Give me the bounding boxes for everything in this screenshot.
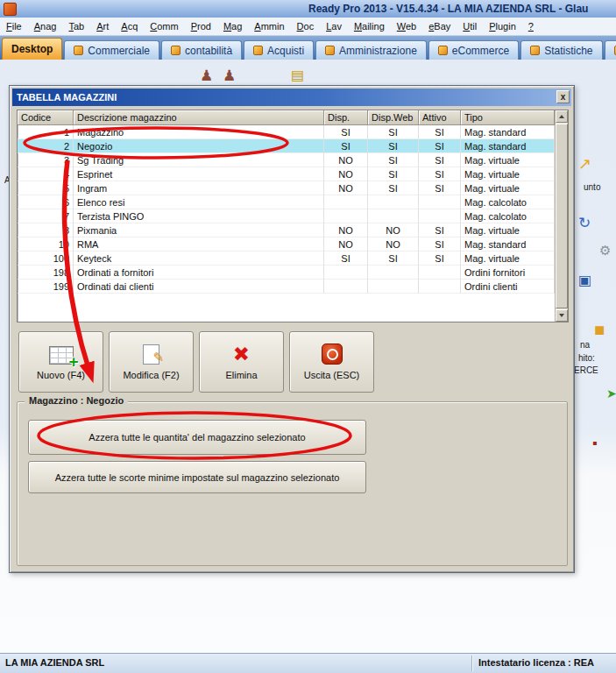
tab-acquisti[interactable]: Acquisti [244, 40, 314, 60]
tab-label: contabilità [185, 45, 232, 57]
elimina-button[interactable]: Elimina [199, 331, 284, 393]
tab-icon [253, 46, 263, 55]
cell-codice: 2 [18, 139, 74, 153]
table-row[interactable]: 3Sg TradingNOSISIMag. virtuale [18, 153, 555, 167]
cube-icon[interactable]: ◼ [594, 322, 605, 336]
menu-item-anag[interactable]: Anag [28, 21, 63, 32]
tab-statistiche[interactable]: Statistiche [520, 40, 602, 60]
column-header[interactable]: Tipo [461, 110, 555, 125]
scroll-down-icon[interactable] [556, 309, 568, 322]
tab-label: Commerciale [88, 45, 150, 57]
gear-icon[interactable]: ⚙ [599, 244, 611, 257]
cell-dispweb: SI [368, 139, 419, 153]
tab-label: Statistiche [544, 45, 592, 57]
refresh-icon[interactable]: ↻ [578, 216, 591, 230]
button-label: Uscita (ESC) [304, 370, 360, 380]
user-icon[interactable]: ♟ [223, 68, 236, 83]
tab-desktop[interactable]: Desktop [2, 38, 62, 60]
menu-item-prod[interactable]: Prod [185, 21, 217, 32]
menu-item-?[interactable]: ? [522, 21, 540, 32]
menu-item-comm[interactable]: Comm [144, 21, 184, 32]
tab-icon [438, 46, 448, 55]
menu-item-lav[interactable]: Lav [320, 21, 348, 32]
cell-tipo: Mag. calcolato [461, 209, 555, 223]
menu-item-mailing[interactable]: Mailing [348, 21, 391, 32]
cell-dispweb: NO [368, 223, 419, 237]
cell-disp [324, 266, 368, 280]
close-icon[interactable]: x [556, 90, 570, 103]
tab-ecommerce[interactable]: eCommerce [428, 40, 519, 60]
table-row[interactable]: 4EsprinetNOSISIMag. virtuale [18, 167, 555, 181]
tab-contabilit-[interactable]: contabilità [161, 40, 242, 60]
menu-item-ammin[interactable]: Ammin [248, 21, 290, 32]
arrow-icon[interactable]: ➤ [606, 387, 616, 400]
menu-item-tab[interactable]: Tab [62, 21, 90, 32]
azzera-quantita-button[interactable]: Azzera tutte le quantita' del magazzino … [28, 420, 366, 455]
cell-disp [324, 280, 368, 294]
table-row[interactable]: 199Ordinati dai clientiOrdini clienti [18, 280, 555, 294]
column-header[interactable]: Disp.Web [368, 110, 419, 125]
scroll-up-icon[interactable] [556, 110, 568, 123]
tab-commerciale[interactable]: Commerciale [64, 40, 159, 60]
table-row[interactable]: 10RMANONOSIMag. standard [18, 237, 555, 251]
scroll-thumb[interactable] [556, 124, 568, 308]
box-icon[interactable]: ▣ [578, 273, 591, 287]
menu-item-util[interactable]: Util [457, 21, 483, 32]
cell-descrizione: Magazzino [74, 125, 324, 139]
cell-tipo: Mag. virtuale [461, 167, 555, 181]
uscita-button[interactable]: Uscita (ESC) [289, 331, 374, 393]
note-icon[interactable]: ▤ [291, 68, 304, 82]
tab-strip: DesktopCommercialecontabilitàAcquistiAmm… [0, 36, 616, 60]
column-header[interactable]: Codice [18, 110, 74, 125]
tab-amministrazione[interactable]: Amministrazione [315, 40, 427, 60]
vertical-scrollbar[interactable] [555, 110, 568, 322]
table-row[interactable]: 2NegozioSISISIMag. standard [18, 139, 555, 153]
table-row[interactable]: 198Ordinati a fornitoriOrdini fornitori [18, 266, 555, 280]
cell-dispweb [368, 195, 419, 209]
cell-dispweb: SI [368, 181, 419, 195]
cell-descrizione: Esprinet [74, 167, 324, 181]
table-row[interactable]: 8PixmaniaNONOSIMag. virtuale [18, 223, 555, 237]
menu-item-mag[interactable]: Mag [217, 21, 248, 32]
column-header[interactable]: Disp. [324, 110, 368, 125]
menu-item-art[interactable]: Art [90, 21, 115, 32]
menu-item-doc[interactable]: Doc [291, 21, 321, 32]
tab-label: Amministrazione [339, 45, 417, 57]
table-row[interactable]: 6Elenco resiMag. calcolato [18, 195, 555, 209]
cell-codice: 6 [18, 195, 74, 209]
cell-dispweb: SI [368, 153, 419, 167]
tab-ultimi-articoli-cr[interactable]: Ultimi articoli cr [605, 40, 616, 60]
menu-item-acq[interactable]: Acq [115, 21, 144, 32]
menu-item-ebay[interactable]: eBay [422, 21, 457, 32]
nuovo-button[interactable]: Nuovo (F4) [18, 331, 103, 393]
column-header[interactable]: Attivo [419, 110, 461, 125]
table-row[interactable]: 5IngramNOSISIMag. virtuale [18, 181, 555, 195]
cell-codice: 3 [18, 153, 74, 167]
cell-codice: 8 [18, 223, 74, 237]
app-icon [4, 3, 17, 16]
cell-dispweb: NO [368, 237, 419, 251]
cell-dispweb [368, 266, 419, 280]
action-buttons: Nuovo (F4)Modifica (F2)EliminaUscita (ES… [18, 331, 374, 393]
cell-tipo: Mag. standard [461, 125, 555, 139]
dialog-titlebar[interactable]: TABELLA MAGAZZINI x [12, 89, 571, 106]
table-row[interactable]: 1MagazzinoSISISIMag. standard [18, 125, 555, 139]
cell-tipo: Mag. virtuale [461, 153, 555, 167]
menu-item-plugin[interactable]: Plugin [483, 21, 522, 32]
column-header[interactable]: Descrizione magazzino [74, 110, 324, 125]
modifica-button[interactable]: Modifica (F2) [109, 331, 194, 393]
menu-item-file[interactable]: File [0, 21, 28, 32]
cell-codice: 5 [18, 181, 74, 195]
badge-icon[interactable]: ▪ [592, 436, 598, 450]
table-row[interactable]: 7Terzista PINGOMag. calcolato [18, 209, 555, 223]
edit-icon [143, 344, 159, 365]
cell-codice: 198 [18, 266, 74, 280]
user-icon[interactable]: ♟ [200, 68, 213, 83]
cell-disp [324, 209, 368, 223]
cell-attivo: SI [419, 167, 461, 181]
table-row[interactable]: 100KeyteckSISISIMag. virtuale [18, 251, 555, 266]
azzera-scorte-button[interactable]: Azzera tutte le scorte minime impostate … [28, 461, 366, 493]
menu-item-web[interactable]: Web [391, 21, 422, 32]
arrow-icon[interactable]: ↗ [578, 156, 591, 172]
cell-tipo: Mag. virtuale [461, 181, 555, 195]
